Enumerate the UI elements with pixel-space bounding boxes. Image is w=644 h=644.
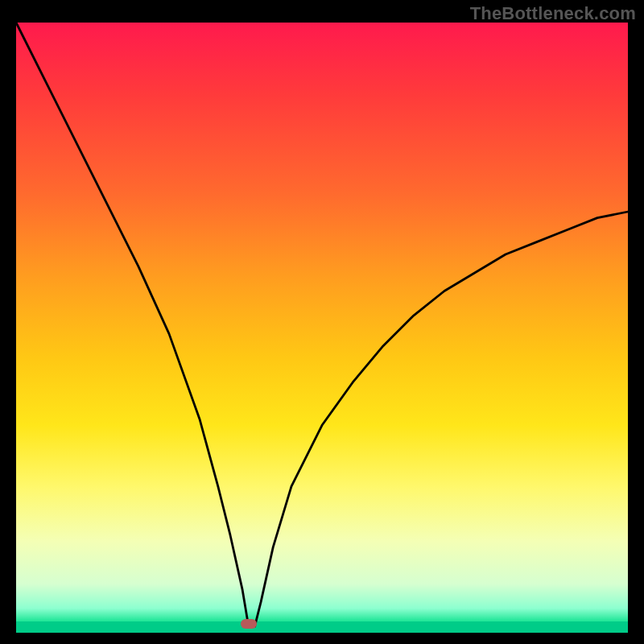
chart-frame: TheBottleneck.com bbox=[0, 0, 644, 644]
watermark-text: TheBottleneck.com bbox=[470, 3, 636, 24]
optimal-point-marker bbox=[241, 619, 257, 629]
curve-path bbox=[16, 23, 628, 626]
bottleneck-curve bbox=[16, 23, 628, 633]
plot-area bbox=[16, 23, 628, 633]
